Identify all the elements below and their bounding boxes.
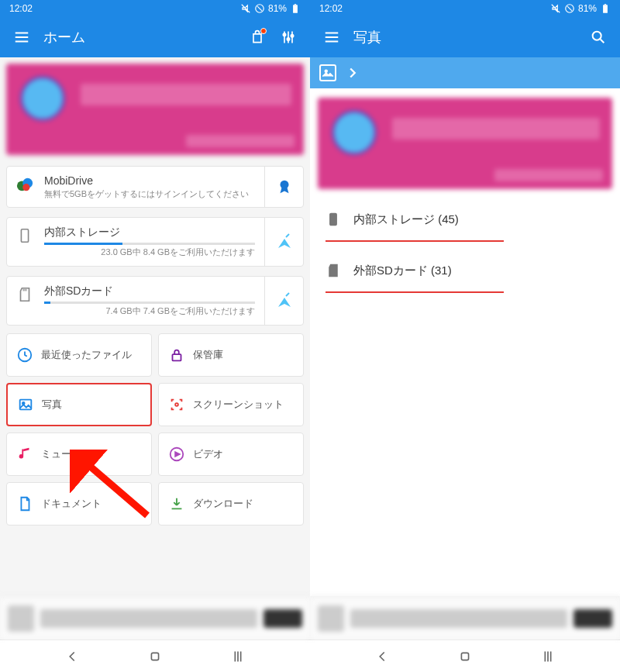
svg-rect-12	[173, 354, 181, 360]
tile-label: ドキュメント	[41, 497, 102, 511]
svg-point-21	[593, 32, 601, 40]
tile-recent[interactable]: 最近使ったファイル	[6, 333, 152, 377]
svg-point-22	[325, 70, 327, 72]
promo-banner[interactable]	[6, 64, 304, 155]
tile-screenshot[interactable]: スクリーンショット	[158, 383, 304, 426]
tile-download[interactable]: ダウンロード	[158, 482, 304, 526]
mobidrive-icon	[16, 174, 36, 193]
storage-clean[interactable]	[264, 218, 303, 266]
tile-label: 写真	[42, 398, 62, 412]
tile-photos[interactable]: 写真	[6, 383, 152, 426]
sliders-icon	[281, 29, 296, 45]
nav-recent[interactable]	[537, 646, 559, 667]
download-icon	[168, 495, 185, 512]
search-icon	[590, 29, 607, 46]
menu-button[interactable]	[316, 22, 347, 53]
hamburger-icon	[13, 29, 30, 46]
status-icons: 81%	[550, 3, 611, 14]
phone-icon	[16, 226, 36, 244]
settings-button[interactable]	[273, 22, 304, 53]
breadcrumb[interactable]	[310, 57, 620, 88]
svg-point-9	[280, 181, 288, 189]
mute-icon	[550, 3, 561, 14]
lock-icon	[168, 346, 185, 364]
tile-label: ミュージック	[41, 447, 102, 461]
doc-icon	[16, 495, 33, 512]
list-item-sdcard[interactable]: 外部SDカード (31)	[310, 250, 620, 291]
battery-icon	[290, 3, 301, 14]
sdcard-title: 外部SDカード	[44, 284, 255, 298]
internal-storage-card[interactable]: 内部ストレージ 23.0 GB中 8.4 GBをご利用いただけます	[6, 217, 304, 267]
hamburger-icon	[323, 29, 340, 46]
tile-label: ビデオ	[193, 447, 223, 461]
menu-button[interactable]	[6, 22, 37, 53]
content: MobiDrive 無料で5GBをゲットするにはサインインしてください 内部スト…	[0, 57, 310, 596]
ribbon-icon	[276, 178, 293, 195]
photo-root-icon	[319, 64, 336, 81]
app-bar: 写真	[310, 17, 620, 57]
list-label: 外部SDカード (31)	[353, 264, 452, 278]
sdcard-icon	[16, 284, 36, 303]
location-off-icon	[254, 3, 265, 14]
status-time: 12:02	[319, 3, 343, 14]
svg-rect-23	[330, 214, 336, 226]
sdcard-sub: 7.4 GB中 7.4 GBをご利用いただけます	[44, 305, 255, 317]
battery-text: 81%	[268, 3, 287, 14]
broom-icon	[275, 291, 294, 310]
content: 内部ストレージ (45) 外部SDカード (31)	[310, 88, 620, 596]
tile-music[interactable]: ミュージック	[6, 432, 152, 476]
app-bar: ホーム	[0, 17, 310, 57]
sdcard-icon	[326, 263, 341, 278]
notification-dot	[260, 28, 267, 34]
spacer	[310, 301, 620, 596]
mobidrive-card[interactable]: MobiDrive 無料で5GBをゲットするにはサインインしてください	[6, 166, 304, 208]
nav-home[interactable]	[454, 646, 476, 667]
svg-point-5	[291, 35, 293, 37]
svg-rect-20	[604, 4, 606, 5]
nav-back[interactable]	[371, 646, 393, 667]
svg-point-4	[287, 38, 289, 40]
nav-home[interactable]	[144, 646, 166, 667]
svg-rect-19	[603, 5, 608, 12]
nav-recent[interactable]	[227, 646, 249, 667]
svg-rect-2	[294, 4, 296, 5]
svg-rect-13	[20, 400, 32, 410]
photo-icon	[17, 396, 34, 413]
status-time: 12:02	[9, 3, 33, 14]
ad-banner[interactable]	[0, 596, 310, 639]
tile-vault[interactable]: 保管庫	[158, 333, 304, 377]
capture-icon	[168, 396, 185, 413]
nav-bar	[310, 639, 620, 672]
ad-banner[interactable]	[310, 596, 620, 639]
svg-rect-1	[293, 5, 298, 12]
storage-title: 内部ストレージ	[44, 226, 255, 240]
nav-back[interactable]	[61, 646, 83, 667]
video-icon	[168, 446, 185, 463]
annotation-underline	[326, 291, 504, 293]
battery-text: 81%	[578, 3, 597, 14]
mobidrive-badge[interactable]	[264, 167, 303, 207]
mobidrive-title: MobiDrive	[44, 174, 255, 187]
promo-banner[interactable]	[318, 98, 612, 189]
search-button[interactable]	[583, 22, 614, 53]
category-grid: 最近使ったファイル 保管庫 写真 スクリーンショット ミュージック ビデオ	[3, 330, 307, 529]
clock-icon	[16, 346, 33, 364]
mute-icon	[240, 3, 251, 14]
chevron-right-icon	[344, 64, 361, 81]
status-icons: 81%	[240, 3, 301, 14]
svg-rect-17	[151, 653, 158, 660]
sdcard-card[interactable]: 外部SDカード 7.4 GB中 7.4 GBをご利用いただけます	[6, 276, 304, 326]
sdcard-clean[interactable]	[264, 277, 303, 325]
tile-document[interactable]: ドキュメント	[6, 482, 152, 526]
tile-label: スクリーンショット	[193, 398, 284, 412]
svg-point-15	[175, 403, 178, 406]
broom-icon	[275, 233, 294, 251]
tile-label: 保管庫	[193, 348, 223, 362]
app-title: ホーム	[37, 28, 242, 47]
music-icon	[16, 446, 33, 463]
annotation-underline	[326, 240, 504, 242]
tile-video[interactable]: ビデオ	[158, 432, 304, 476]
notification-button[interactable]	[242, 22, 273, 53]
mobidrive-sub: 無料で5GBをゲットするにはサインインしてください	[44, 188, 255, 199]
list-item-internal[interactable]: 内部ストレージ (45)	[310, 198, 620, 240]
